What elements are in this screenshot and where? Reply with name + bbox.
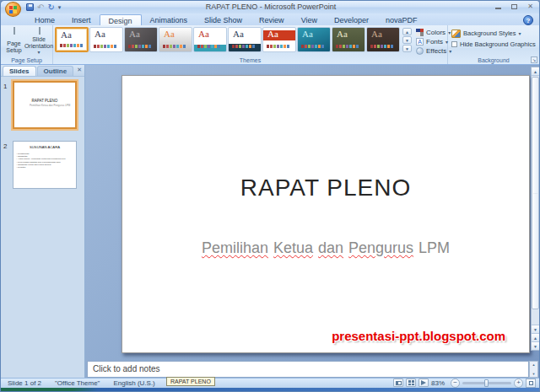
tab-insert[interactable]: Insert — [63, 14, 100, 25]
slide-2-thumbnail[interactable]: SUSUNAN ACARA Pembukaan Sambutan Acara P… — [13, 141, 77, 189]
theme-thumbnail-6[interactable]: Aa — [228, 27, 262, 52]
theme-thumbnail-4[interactable]: Aa — [159, 27, 192, 52]
notes-scrollbar[interactable]: ▲ ▼ — [529, 361, 538, 378]
dialog-launcher-icon[interactable]: ↘ — [531, 56, 537, 63]
previous-slide-icon[interactable]: ▲ — [532, 333, 539, 341]
fonts-icon: A — [416, 38, 424, 46]
tab-outline[interactable]: Outline — [37, 66, 74, 76]
themes-gallery: Aa Aa Aa Aa Aa Aa Aa — [55, 27, 400, 56]
group-background: Background Styles ▾ Hide Background Grap… — [448, 25, 539, 64]
tab-animations[interactable]: Animations — [142, 14, 197, 25]
notes-pane[interactable]: Click to add notes — [87, 361, 529, 378]
effects-label: Effects — [426, 47, 446, 55]
ribbon-design: Page Setup Slide Orientation ▾ Page Setu… — [1, 25, 540, 65]
theme-thumbnail-3[interactable]: Aa — [124, 27, 158, 52]
scroll-down-icon[interactable]: ▼ — [532, 325, 539, 333]
fonts-button[interactable]: A Fonts ▾ — [416, 37, 451, 46]
background-styles-button[interactable]: Background Styles ▾ — [451, 28, 537, 39]
tab-view[interactable]: View — [293, 14, 326, 25]
colors-button[interactable]: Colors ▾ — [416, 28, 451, 36]
fonts-label: Fonts — [426, 38, 443, 46]
gallery-scroll-down-icon[interactable]: ▼ — [402, 36, 412, 44]
zoom-slider[interactable] — [462, 382, 511, 384]
subtitle-word: LPM — [418, 239, 450, 256]
tab-home[interactable]: Home — [26, 14, 63, 25]
checkbox-icon[interactable] — [451, 41, 457, 47]
gallery-scroll-up-icon[interactable]: ▲ — [402, 28, 412, 35]
hide-background-graphics-checkbox[interactable]: Hide Background Graphics — [451, 39, 537, 50]
scrollbar-thumb[interactable]: ⋯ — [532, 77, 539, 309]
notes-scroll-down-icon[interactable]: ▼ — [532, 372, 536, 376]
chevron-down-icon: ▾ — [519, 30, 521, 36]
notes-scroll-up-icon[interactable]: ▲ — [532, 362, 536, 367]
scroll-up-icon[interactable]: ▲ — [532, 67, 539, 76]
panel-close-icon[interactable]: ✕ — [77, 67, 82, 73]
normal-view-icon[interactable] — [393, 379, 403, 387]
slide-sorter-icon[interactable] — [406, 379, 416, 387]
help-icon[interactable]: ? — [523, 15, 533, 25]
vertical-scrollbar[interactable]: ▲ ⋯ ▼ ▲ ▼ — [531, 67, 540, 351]
slide-title-text[interactable]: RAPAT PLENO — [122, 175, 529, 201]
group-themes: Aa Aa Aa Aa Aa Aa Aa — [53, 25, 448, 64]
theme-color-dots — [60, 44, 85, 47]
status-bar-right: 83% − + — [393, 378, 536, 388]
slide-1-row: 1 RAPAT PLENO Pemilihan Ketua dan Pengur… — [1, 81, 84, 137]
effects-button[interactable]: Effects ▾ — [416, 47, 451, 56]
page-setup-label: Page Setup — [2, 40, 26, 54]
theme-aa-label: Aa — [126, 29, 156, 40]
zoom-out-icon[interactable]: − — [451, 379, 460, 388]
theme-thumbnail-8[interactable]: Aa — [297, 27, 331, 52]
theme-aa-label: Aa — [299, 29, 329, 40]
thumbnail-title: SUSUNAN ACARA — [23, 146, 67, 149]
slide-1-thumbnail[interactable]: RAPAT PLENO Pemilihan Ketua dan Pengurus… — [13, 81, 77, 129]
slide-indicator: Slide 1 of 2 — [1, 379, 48, 387]
theme-aa-label: Aa — [368, 29, 398, 40]
slide-subtitle-text[interactable]: PemilihanKetuadanPengurusLPM — [122, 239, 529, 257]
theme-aa-label: Aa — [195, 29, 225, 40]
zoom-in-icon[interactable]: + — [514, 379, 523, 388]
blog-watermark: presentasi-ppt.blogspot.com — [332, 329, 505, 343]
theme-thumbnail-10[interactable]: Aa — [366, 27, 400, 52]
notes-splitter[interactable] — [170, 355, 540, 361]
slide-orientation-label: Slide Orientation — [24, 36, 53, 50]
tab-developer[interactable]: Developer — [326, 14, 377, 25]
slide-show-icon[interactable] — [418, 379, 429, 387]
tab-slides[interactable]: Slides — [3, 66, 36, 76]
page-setup-button[interactable]: Page Setup — [2, 27, 26, 56]
zoom-level[interactable]: 83% — [431, 379, 448, 387]
gallery-more-icon[interactable]: ▼ — [402, 45, 412, 52]
theme-name: "Office Theme" — [48, 379, 106, 387]
theme-options: Colors ▾ A Fonts ▾ Effects ▾ — [416, 27, 451, 56]
tab-slide-show[interactable]: Slide Show — [196, 14, 251, 25]
theme-color-dots — [336, 45, 361, 48]
close-icon[interactable]: ✕ — [525, 3, 536, 10]
group-label-page-setup: Page Setup — [1, 57, 52, 63]
chevron-down-icon: ▾ — [37, 50, 40, 56]
language-indicator[interactable]: English (U.S.) — [106, 379, 161, 387]
slides-panel: Slides Outline ✕ 1 RAPAT PLENO Pemilihan… — [1, 65, 85, 378]
ribbon-tab-strip: Home Insert Design Animations Slide Show… — [1, 13, 540, 25]
theme-color-dots — [370, 45, 396, 48]
tab-novapdf[interactable]: novaPDF — [377, 14, 426, 25]
fit-to-window-icon[interactable] — [526, 379, 536, 388]
office-button[interactable] — [5, 2, 21, 17]
slide-orientation-button[interactable]: Slide Orientation ▾ — [26, 27, 51, 56]
restore-icon[interactable] — [509, 3, 520, 10]
group-page-setup: Page Setup Slide Orientation ▾ Page Setu… — [1, 25, 53, 64]
theme-thumbnail-1[interactable]: Aa — [55, 27, 89, 52]
theme-color-dots — [301, 45, 327, 48]
theme-thumbnail-7[interactable]: Aa — [262, 27, 296, 52]
theme-thumbnail-5[interactable]: Aa — [193, 27, 227, 52]
zoom-slider-thumb[interactable] — [484, 379, 489, 387]
tab-review[interactable]: Review — [251, 14, 293, 25]
minimize-icon[interactable] — [493, 3, 504, 10]
group-label-themes: Themes — [53, 57, 447, 63]
next-slide-icon[interactable]: ▼ — [532, 341, 539, 350]
tab-design[interactable]: Design — [100, 14, 142, 25]
theme-thumbnail-2[interactable]: Aa — [89, 27, 123, 52]
theme-thumbnail-9[interactable]: Aa — [332, 27, 365, 52]
gallery-scroll-buttons: ▲ ▼ ▼ — [402, 28, 412, 56]
slide-canvas-background: RAPAT PLENO PemilihanKetuadanPengurusLPM… — [85, 65, 540, 378]
theme-aa-label: Aa — [91, 29, 122, 40]
slide-editing-area[interactable]: RAPAT PLENO PemilihanKetuadanPengurusLPM… — [122, 75, 530, 353]
